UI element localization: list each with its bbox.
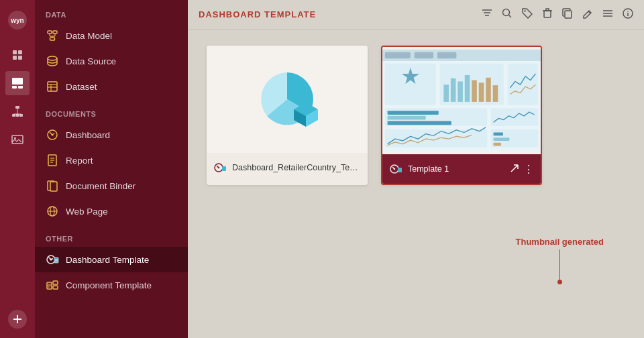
svg-rect-88: [479, 82, 484, 102]
delete-icon[interactable]: [542, 8, 553, 21]
svg-point-32: [52, 134, 54, 136]
card-dashboard-retailer[interactable]: Dashboard_RetailerCountry_Tem...: [207, 46, 368, 185]
svg-rect-91: [508, 64, 539, 105]
svg-rect-6: [12, 78, 23, 84]
svg-rect-12: [19, 114, 23, 117]
svg-point-68: [627, 11, 629, 12]
edit-icon[interactable]: [582, 8, 593, 21]
page-title: DASHBOARD TEMPLATE: [199, 9, 316, 19]
icon-rail: wyn: [0, 0, 35, 338]
svg-rect-78: [415, 52, 434, 59]
svg-point-16: [14, 137, 16, 139]
svg-point-43: [50, 259, 52, 261]
card-2-name: Template 1: [408, 164, 504, 174]
sidebar-item-component-template[interactable]: Component Template: [35, 272, 188, 298]
more-icon[interactable]: ⋮: [523, 163, 534, 176]
filter-icon[interactable]: [482, 8, 492, 21]
svg-rect-2: [13, 50, 17, 54]
list-icon[interactable]: [602, 8, 613, 21]
svg-rect-59: [544, 11, 551, 17]
dashboard-icon: [46, 128, 59, 142]
sidebar-section-other: OTHER: [35, 224, 188, 247]
tree-icon[interactable]: [5, 99, 30, 123]
card-1-name: Dashboard_RetailerCountry_Tem...: [232, 163, 361, 172]
svg-rect-38: [50, 182, 57, 191]
svg-rect-83: [443, 84, 449, 102]
svg-rect-86: [465, 75, 470, 102]
card-1-footer: Dashboard_RetailerCountry_Tem...: [207, 153, 368, 182]
svg-rect-11: [16, 114, 19, 117]
sidebar-item-label-data-model: Data Model: [66, 31, 112, 41]
svg-rect-99: [494, 133, 503, 136]
svg-point-103: [394, 168, 395, 170]
svg-point-56: [503, 9, 510, 15]
sidebar-item-label-component-template: Component Template: [66, 280, 152, 290]
svg-rect-52: [53, 286, 58, 289]
svg-rect-101: [494, 143, 501, 146]
add-icon[interactable]: [8, 310, 27, 329]
content-area: Dashboard_RetailerCountry_Tem...: [188, 30, 644, 338]
sidebar-item-dashboard[interactable]: Dashboard: [35, 122, 188, 148]
svg-rect-20: [53, 31, 57, 34]
wyn-logo: wyn: [5, 8, 30, 32]
svg-rect-93: [388, 111, 439, 115]
svg-rect-61: [565, 11, 572, 18]
sidebar-item-report[interactable]: Report: [35, 148, 188, 173]
data-model-icon: [46, 29, 59, 42]
sidebar-item-label-data-source: Data Source: [66, 56, 116, 66]
search-icon[interactable]: [502, 8, 513, 21]
home-icon[interactable]: [5, 43, 30, 67]
svg-rect-8: [18, 86, 23, 89]
card-1-thumbnail: [207, 46, 368, 153]
svg-rect-84: [451, 78, 456, 102]
sidebar-item-label-web-page: Web Page: [66, 207, 108, 217]
component-template-icon: [46, 278, 59, 292]
svg-point-73: [218, 167, 219, 168]
svg-rect-104: [398, 168, 402, 172]
layout-icon[interactable]: [5, 71, 30, 95]
card-2-icon: [389, 162, 402, 176]
sidebar-item-document-binder[interactable]: Document Binder: [35, 173, 188, 199]
svg-rect-19: [48, 31, 52, 34]
sidebar-item-data-model[interactable]: Data Model: [35, 23, 188, 48]
copy-icon[interactable]: [562, 8, 573, 21]
card-template1[interactable]: Template 1 ⋮: [381, 46, 542, 185]
main-area: DASHBOARD TEMPLATE: [188, 0, 644, 338]
svg-rect-44: [54, 258, 58, 263]
svg-rect-79: [437, 52, 457, 59]
svg-rect-90: [493, 85, 498, 102]
sidebar-item-web-page[interactable]: Web Page: [35, 199, 188, 224]
sidebar-item-label-dashboard: Dashboard: [66, 130, 110, 140]
images-icon[interactable]: [5, 127, 30, 152]
sidebar-item-data-source[interactable]: Data Source: [35, 48, 188, 74]
open-icon[interactable]: [510, 164, 519, 175]
sidebar-item-label-dataset: Dataset: [66, 82, 97, 92]
card-2-thumbnail: [382, 47, 541, 154]
sidebar-item-label-document-binder: Document Binder: [66, 181, 136, 191]
svg-rect-51: [53, 281, 58, 284]
info-icon[interactable]: [623, 8, 633, 21]
svg-point-58: [524, 10, 525, 11]
svg-rect-9: [15, 106, 19, 109]
svg-text:wyn: wyn: [10, 17, 23, 24]
svg-rect-21: [50, 38, 55, 40]
topbar-actions: [482, 8, 633, 21]
sidebar-item-dataset[interactable]: Dataset: [35, 74, 188, 99]
svg-rect-5: [18, 56, 22, 60]
card-2-footer: Template 1 ⋮: [382, 154, 541, 184]
topbar: DASHBOARD TEMPLATE: [188, 0, 644, 30]
sidebar-item-dashboard-template[interactable]: Dashboard Template: [35, 247, 188, 272]
tag-icon[interactable]: [522, 8, 533, 21]
svg-line-57: [509, 15, 512, 17]
svg-rect-10: [12, 114, 15, 117]
data-source-icon: [46, 54, 59, 68]
svg-rect-97: [385, 129, 487, 148]
sidebar-item-label-report: Report: [66, 156, 93, 166]
svg-rect-94: [388, 116, 426, 120]
svg-point-26: [48, 56, 57, 60]
sidebar-section-documents: DOCUMENTS: [35, 99, 188, 122]
web-page-icon: [46, 205, 59, 218]
svg-rect-77: [385, 52, 411, 59]
report-icon: [46, 154, 59, 167]
dataset-icon: [46, 80, 59, 93]
